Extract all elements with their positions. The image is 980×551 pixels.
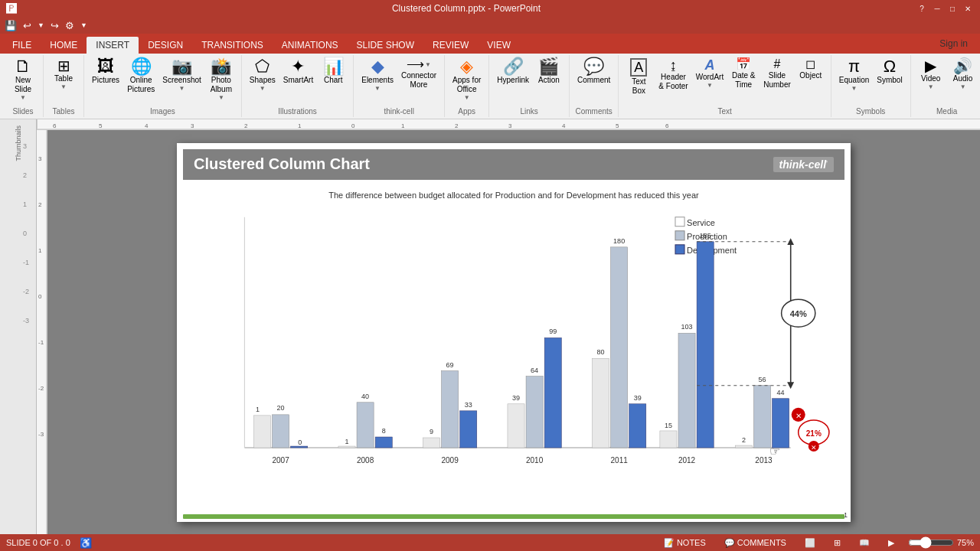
action-icon: 🎬 (538, 58, 559, 75)
online-pictures-button[interactable]: 🌐 OnlinePictures (124, 57, 158, 96)
view-normal-button[interactable]: ⬜ (800, 538, 820, 548)
tab-insert[interactable]: INSERT (87, 37, 139, 54)
svg-rect-46 (460, 410, 477, 447)
header-footer-button[interactable]: ↨ Header& Footer (655, 57, 691, 93)
svg-text:33: 33 (465, 400, 472, 408)
pictures-button[interactable]: 🖼 Pictures (89, 57, 122, 86)
tab-view[interactable]: VIEW (478, 37, 520, 54)
svg-text:1: 1 (298, 122, 302, 129)
save-qat-button[interactable]: 💾 (3, 20, 18, 31)
slide-number-button[interactable]: # SlideNumber (760, 57, 794, 91)
connector-button[interactable]: ⟶ ▼ ConnectorMore (398, 57, 439, 91)
svg-text:9: 9 (430, 427, 433, 435)
date-time-button[interactable]: 📅 Date &Time (728, 57, 759, 91)
view-slide-sorter-button[interactable]: ⊞ (829, 538, 845, 548)
notes-icon: 📝 (664, 538, 675, 548)
svg-text:✕: ✕ (811, 444, 817, 452)
slide-area: 3 2 1 0 -1 -2 -3 Clustered Column Chart (37, 130, 980, 534)
tab-slideshow[interactable]: SLIDE SHOW (348, 37, 423, 54)
chart-button[interactable]: 📊 Chart (318, 57, 348, 86)
screenshot-button[interactable]: 📷 Screenshot ▼ (159, 57, 204, 93)
accessibility-icon[interactable]: ♿ (80, 537, 92, 549)
customize-qat-button[interactable]: ⚙ (64, 20, 76, 31)
tab-file[interactable]: FILE (3, 37, 41, 54)
comments-button[interactable]: 💬 COMMENTS (720, 538, 791, 548)
ribbon: 🗋 NewSlide ▼ Slides ⊞ Table ▼ Tables 🖼 P… (0, 54, 980, 119)
svg-rect-60 (629, 403, 646, 447)
minimize-button[interactable]: ─ (931, 2, 943, 15)
svg-text:1: 1 (256, 405, 260, 412)
hyperlink-icon: 🔗 (503, 58, 524, 75)
undo-dropdown[interactable]: ▼ (36, 21, 46, 29)
tab-transitions[interactable]: TRANSITIONS (192, 37, 273, 54)
svg-text:-2: -2 (38, 385, 44, 392)
slide-canvas[interactable]: Clustered Column Chart think-cell ' The … (177, 143, 851, 522)
svg-text:39: 39 (634, 393, 642, 401)
undo-button[interactable]: ↩ (21, 20, 33, 31)
hyperlink-button[interactable]: 🔗 Hyperlink (494, 57, 532, 86)
svg-text:2010: 2010 (526, 456, 544, 465)
svg-text:3: 3 (191, 122, 194, 129)
svg-text:2: 2 (244, 122, 248, 129)
canvas-area: 6 5 4 3 2 1 0 1 2 3 4 5 6 (37, 119, 980, 534)
svg-text:2: 2 (38, 201, 42, 208)
photo-album-button[interactable]: 📸 PhotoAlbum ▼ (206, 57, 237, 103)
svg-text:185: 185 (700, 231, 711, 239)
svg-text:-1: -1 (38, 339, 44, 346)
pictures-icon: 🖼 (97, 58, 114, 75)
help-button[interactable]: ? (916, 2, 928, 15)
close-button[interactable]: ✕ (962, 2, 974, 15)
svg-rect-44 (423, 437, 439, 447)
view-reading-button[interactable]: 📖 (854, 538, 874, 548)
tab-review[interactable]: REVIEW (423, 37, 478, 54)
green-bottom-bar (183, 514, 844, 519)
ribbon-group-illustrations: ⬠ Shapes ▼ ✦ SmartArt 📊 Chart Illustrati… (242, 55, 354, 117)
text-box-button[interactable]: A TextBox (623, 57, 654, 97)
svg-text:180: 180 (613, 236, 625, 244)
tab-animations[interactable]: ANIMATIONS (273, 37, 348, 54)
wordart-button[interactable]: A WordArt ▼ (693, 57, 727, 90)
action-button[interactable]: 🎬 Action (534, 57, 564, 86)
table-button[interactable]: ⊞ Table ▼ (48, 57, 79, 92)
text-box-icon: A (630, 58, 647, 77)
audio-icon: 🔊 (953, 58, 972, 73)
ribbon-group-text: A TextBox ↨ Header& Footer A WordArt ▼ 📅… (619, 55, 831, 117)
slide-info: SLIDE 0 OF 0 . 0 (6, 538, 70, 547)
smartart-button[interactable]: ✦ SmartArt (280, 57, 316, 86)
audio-button[interactable]: 🔊 Audio ▼ (948, 57, 978, 92)
new-slide-button[interactable]: 🗋 NewSlide ▼ (8, 57, 38, 103)
comment-button[interactable]: 💬 Comment (574, 57, 613, 86)
zoom-slider[interactable] (908, 536, 954, 549)
tab-home[interactable]: HOME (41, 37, 87, 54)
svg-text:8: 8 (382, 426, 386, 434)
redo-button[interactable]: ↪ (49, 20, 60, 31)
video-button[interactable]: ▶ Video ▼ (916, 57, 946, 92)
maximize-button[interactable]: □ (946, 2, 959, 15)
symbol-button[interactable]: Ω Symbol (874, 57, 905, 86)
svg-rect-24 (675, 230, 684, 240)
title-bar: 🅿 Clustered Column.pptx - PowerPoint ? ─… (0, 0, 980, 17)
svg-text:64: 64 (531, 366, 538, 373)
sign-in-button[interactable]: Sign in (930, 35, 977, 52)
shapes-button[interactable]: ⬠ Shapes ▼ (247, 57, 279, 93)
svg-text:5: 5 (616, 122, 619, 129)
svg-text:6: 6 (53, 122, 57, 129)
svg-rect-51 (508, 403, 524, 447)
svg-text:15: 15 (665, 421, 672, 429)
tab-design[interactable]: DESIGN (139, 37, 192, 54)
view-slideshow-button[interactable]: ▶ (884, 538, 899, 548)
object-button[interactable]: ◻ Object (795, 57, 826, 82)
apps-for-office-button[interactable]: ◈ Apps forOffice ▼ (449, 57, 484, 103)
svg-rect-58 (592, 358, 609, 448)
elements-button[interactable]: ◆ Elements ▼ (358, 57, 397, 93)
zoom-level: 75% (957, 538, 974, 547)
window-controls[interactable]: ? ─ □ ✕ (916, 2, 974, 15)
svg-text:103: 103 (681, 323, 693, 331)
ribbon-group-images: 🖼 Pictures 🌐 OnlinePictures 📷 Screenshot… (84, 55, 242, 117)
notes-button[interactable]: 📝 NOTES (659, 538, 710, 548)
svg-text:1: 1 (345, 438, 348, 445)
equation-button[interactable]: π Equation ▼ (836, 57, 872, 93)
svg-text:0: 0 (38, 293, 42, 300)
more-qat-button[interactable]: ▼ (79, 21, 89, 29)
chart-area: The difference between budget allocated … (183, 186, 844, 514)
